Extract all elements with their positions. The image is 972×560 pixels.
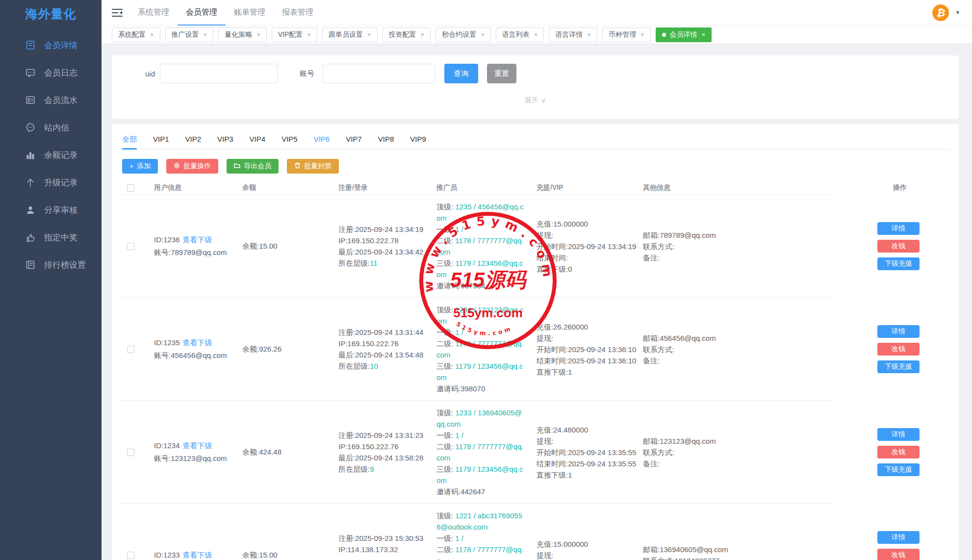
nav-tag[interactable]: 推广设置 ×	[165, 27, 214, 42]
actions-cell: 详情 改钱 下级充值	[790, 529, 951, 560]
vip-tab[interactable]: 全部	[122, 135, 137, 149]
promoter-link[interactable]: 1 /	[455, 225, 463, 233]
level-link[interactable]: 10	[370, 362, 378, 370]
balance-record-icon	[25, 149, 36, 161]
nav-tag[interactable]: VIP配置 ×	[272, 27, 317, 42]
select-all-checkbox[interactable]	[127, 184, 134, 192]
sidebar-item-assign-win[interactable]: 指定中奖	[0, 224, 102, 251]
close-icon[interactable]: ×	[367, 31, 371, 38]
nav-tag[interactable]: 跟单员设置 ×	[322, 27, 378, 42]
promoter-link[interactable]: 1 /	[455, 328, 463, 336]
detail-button[interactable]: 详情	[877, 222, 920, 235]
topnav-member[interactable]: 会员管理	[178, 0, 226, 25]
nav-tag[interactable]: 量化策略 ×	[218, 27, 267, 42]
close-icon[interactable]: ×	[150, 31, 154, 38]
topnav-billing[interactable]: 账单管理	[226, 0, 274, 25]
view-subordinates-link[interactable]: 查看下级	[183, 551, 212, 559]
user-info-cell: ID:1234查看下级 账号:123123@qq.com	[149, 439, 242, 465]
vip-tab[interactable]: VIP8	[378, 135, 394, 149]
promoter-link[interactable]: 1 /	[455, 534, 463, 542]
edit-money-button[interactable]: 改钱	[877, 343, 920, 356]
balance-cell: 余额:15.00	[242, 242, 338, 251]
sidebar-item-member-detail[interactable]: 会员详情	[0, 31, 102, 59]
vip-tab[interactable]: VIP1	[153, 135, 169, 149]
vip-tab[interactable]: VIP4	[250, 135, 266, 149]
vip-tab[interactable]: VIP2	[185, 135, 202, 149]
level-link[interactable]: 11	[370, 259, 378, 267]
close-icon[interactable]: ×	[307, 31, 311, 38]
close-icon[interactable]: ×	[256, 31, 260, 38]
nav-tag[interactable]: 会员详情 ×	[656, 27, 712, 42]
sidebar-item-share-audit[interactable]: 分享审核	[0, 196, 102, 224]
account-input[interactable]	[323, 64, 435, 83]
view-subordinates-link[interactable]: 查看下级	[183, 235, 212, 244]
reset-button[interactable]: 重置	[487, 64, 516, 83]
vip-tab[interactable]: VIP9	[410, 135, 426, 149]
row-checkbox[interactable]	[127, 552, 134, 559]
page-content: uid 账号 查询 重置 展开 ∨ 全部VIP1VIP2VIP3VIP4VIP5…	[102, 44, 972, 560]
sidebar-item-member-log[interactable]: 会员日志	[0, 59, 102, 86]
row-checkbox[interactable]	[127, 243, 134, 250]
vip-tab[interactable]: VIP7	[346, 135, 362, 149]
sub-recharge-button[interactable]: 下级充值	[877, 360, 920, 373]
edit-money-button[interactable]: 改钱	[877, 240, 920, 253]
batch-operate-button[interactable]: 批量操作	[166, 159, 218, 174]
uid-input[interactable]	[160, 64, 278, 83]
edit-money-button[interactable]: 改钱	[877, 549, 920, 560]
vip-tab[interactable]: VIP5	[281, 135, 298, 149]
export-members-button[interactable]: 导出会员	[227, 159, 279, 174]
member-log-icon	[25, 67, 36, 78]
detail-button[interactable]: 详情	[877, 428, 920, 441]
close-icon[interactable]: ×	[640, 31, 644, 38]
sidebar-item-site-message[interactable]: 站内信	[0, 114, 102, 141]
user-menu-caret-icon[interactable]: ▼	[955, 10, 960, 15]
nav-tag[interactable]: 币种管理 ×	[602, 27, 651, 42]
close-icon[interactable]: ×	[481, 31, 485, 38]
info-line: 备注:	[643, 355, 790, 366]
sidebar-item-member-flow[interactable]: 会员流水	[0, 86, 102, 114]
view-subordinates-link[interactable]: 查看下级	[183, 441, 212, 450]
detail-button[interactable]: 详情	[877, 325, 920, 338]
gear-icon	[174, 162, 180, 170]
detail-button[interactable]: 详情	[877, 531, 920, 544]
user-info-cell: ID:1233查看下级	[149, 549, 242, 560]
level-link[interactable]: 9	[370, 465, 374, 473]
promoter-line: 三级:1179 / 123456@qq.com	[436, 257, 526, 280]
close-icon[interactable]: ×	[702, 31, 706, 38]
trash-icon	[294, 162, 301, 170]
topnav-report[interactable]: 报表管理	[274, 0, 322, 25]
close-icon[interactable]: ×	[534, 31, 538, 38]
close-icon[interactable]: ×	[587, 31, 591, 38]
menu-collapse-icon[interactable]	[112, 7, 124, 18]
topnav-system[interactable]: 系统管理	[129, 0, 178, 25]
sidebar-item-balance-record[interactable]: 余额记录	[0, 141, 102, 169]
view-subordinates-link[interactable]: 查看下级	[183, 338, 212, 347]
nav-tag[interactable]: 投资配置 ×	[383, 27, 431, 42]
promoter-link[interactable]: 1 /	[455, 431, 463, 439]
nav-tag[interactable]: 系统配置 ×	[112, 27, 160, 42]
row-checkbox[interactable]	[127, 346, 134, 353]
nav-tag[interactable]: 语言详情 ×	[549, 27, 597, 42]
query-button[interactable]: 查询	[444, 64, 478, 83]
table-row: ID:1235查看下级 账号:456456@qq.com 余额:926.26 注…	[120, 298, 951, 401]
vip-tab[interactable]: VIP3	[217, 135, 233, 149]
vip-tab[interactable]: VIP6	[314, 135, 330, 149]
sidebar-item-ranking-setting[interactable]: 排行榜设置	[0, 251, 102, 279]
sub-recharge-button[interactable]: 下级充值	[877, 257, 920, 270]
batch-ban-button[interactable]: 批量封禁	[287, 159, 339, 174]
nav-tag[interactable]: 语言列表 ×	[496, 27, 544, 42]
sidebar-item-label: 排行榜设置	[44, 259, 86, 271]
close-icon[interactable]: ×	[204, 31, 207, 38]
sub-recharge-button[interactable]: 下级充值	[877, 463, 920, 476]
col-header-actions: 操作	[790, 183, 951, 192]
row-checkbox[interactable]	[127, 449, 134, 456]
add-button[interactable]: + 添加	[122, 159, 158, 174]
close-icon[interactable]: ×	[421, 31, 425, 38]
expand-toggle[interactable]: 展开 ∨	[112, 96, 959, 105]
sidebar-item-upgrade-record[interactable]: 升级记录	[0, 169, 102, 196]
uid-label: uid	[131, 70, 155, 78]
info-line: 备注:	[643, 252, 790, 263]
bitcoin-avatar[interactable]: ₿	[932, 4, 949, 21]
nav-tag[interactable]: 秒合约设置 ×	[435, 27, 491, 42]
edit-money-button[interactable]: 改钱	[877, 446, 920, 458]
